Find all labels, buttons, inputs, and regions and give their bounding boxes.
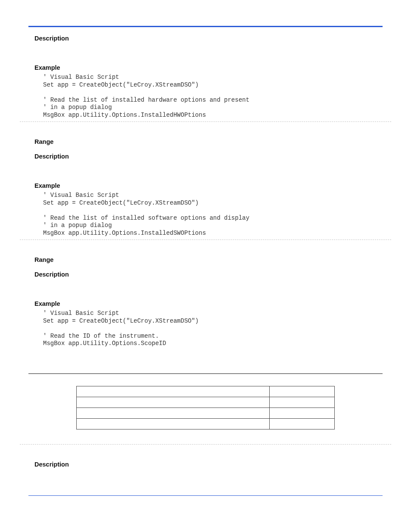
heading-example: Example: [28, 300, 383, 307]
top-rule: [28, 26, 383, 27]
empty-table: [76, 386, 335, 429]
dashed-separator: [20, 121, 391, 122]
code-block-2: ' Visual Basic Script Set app = CreateOb…: [28, 192, 383, 237]
heading-description: Description: [28, 35, 383, 42]
heading-description: Description: [28, 461, 383, 468]
heading-example: Example: [28, 64, 383, 71]
heading-range: Range: [28, 256, 383, 263]
table-row: [77, 386, 335, 397]
table-row: [77, 418, 335, 429]
heading-example: Example: [28, 182, 383, 189]
dashed-separator: [20, 444, 391, 445]
heading-description: Description: [28, 271, 383, 278]
table-row: [77, 408, 335, 418]
document-page: Description Example ' Visual Basic Scrip…: [0, 0, 411, 509]
table-row: [77, 397, 335, 408]
code-block-3: ' Visual Basic Script Set app = CreateOb…: [28, 310, 383, 348]
heading-description: Description: [28, 153, 383, 160]
dashed-separator: [20, 240, 391, 240]
solid-separator: [28, 373, 383, 374]
code-block-1: ' Visual Basic Script Set app = CreateOb…: [28, 74, 383, 119]
bottom-rule: [28, 495, 383, 496]
heading-range: Range: [28, 138, 383, 145]
